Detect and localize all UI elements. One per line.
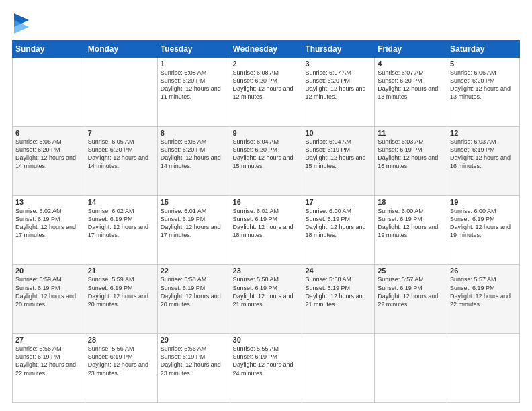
day-number: 19 (450, 198, 517, 206)
day-info: Sunrise: 5:56 AM Sunset: 6:19 PM Dayligh… (88, 345, 154, 377)
calendar-header-saturday: Saturday (447, 41, 520, 58)
day-info: Sunrise: 6:06 AM Sunset: 6:20 PM Dayligh… (450, 68, 517, 101)
day-number: 23 (233, 267, 300, 275)
calendar-cell: 23Sunrise: 5:58 AM Sunset: 6:19 PM Dayli… (230, 265, 302, 334)
day-info: Sunrise: 5:57 AM Sunset: 6:19 PM Dayligh… (450, 275, 517, 308)
day-number: 22 (161, 267, 227, 275)
day-number: 29 (161, 336, 227, 344)
calendar-cell: 25Sunrise: 5:57 AM Sunset: 6:19 PM Dayli… (375, 265, 447, 334)
calendar-cell: 4Sunrise: 6:07 AM Sunset: 6:20 PM Daylig… (375, 58, 447, 127)
calendar-cell: 22Sunrise: 5:58 AM Sunset: 6:19 PM Dayli… (157, 265, 230, 334)
day-info: Sunrise: 6:04 AM Sunset: 6:20 PM Dayligh… (233, 138, 300, 171)
calendar-week-row: 1Sunrise: 6:08 AM Sunset: 6:20 PM Daylig… (13, 58, 520, 127)
day-number: 2 (233, 60, 300, 68)
day-info: Sunrise: 6:05 AM Sunset: 6:20 PM Dayligh… (161, 138, 227, 171)
day-number: 28 (88, 336, 154, 344)
calendar-header-monday: Monday (85, 41, 157, 58)
day-number: 18 (378, 198, 444, 206)
day-number: 17 (305, 198, 371, 206)
calendar-cell: 28Sunrise: 5:56 AM Sunset: 6:19 PM Dayli… (85, 334, 157, 403)
day-info: Sunrise: 6:08 AM Sunset: 6:20 PM Dayligh… (161, 68, 227, 101)
page: SundayMondayTuesdayWednesdayThursdayFrid… (0, 0, 532, 411)
calendar-cell: 8Sunrise: 6:05 AM Sunset: 6:20 PM Daylig… (157, 126, 230, 195)
day-info: Sunrise: 5:58 AM Sunset: 6:19 PM Dayligh… (161, 275, 227, 308)
calendar-cell: 10Sunrise: 6:04 AM Sunset: 6:19 PM Dayli… (302, 126, 375, 195)
calendar-cell (85, 58, 157, 127)
day-info: Sunrise: 6:02 AM Sunset: 6:19 PM Dayligh… (15, 207, 82, 240)
day-number: 7 (88, 129, 154, 137)
day-number: 30 (233, 336, 300, 344)
calendar-week-row: 13Sunrise: 6:02 AM Sunset: 6:19 PM Dayli… (13, 195, 520, 265)
logo (12, 12, 29, 34)
day-number: 16 (233, 198, 300, 206)
day-info: Sunrise: 6:00 AM Sunset: 6:19 PM Dayligh… (378, 207, 444, 240)
day-info: Sunrise: 6:05 AM Sunset: 6:20 PM Dayligh… (88, 138, 154, 171)
day-number: 15 (161, 198, 227, 206)
calendar-cell: 11Sunrise: 6:03 AM Sunset: 6:19 PM Dayli… (375, 126, 447, 195)
calendar-table: SundayMondayTuesdayWednesdayThursdayFrid… (12, 40, 520, 403)
day-info: Sunrise: 5:58 AM Sunset: 6:19 PM Dayligh… (305, 275, 371, 308)
day-number: 20 (15, 267, 82, 275)
day-info: Sunrise: 5:56 AM Sunset: 6:19 PM Dayligh… (161, 345, 227, 377)
calendar-cell: 7Sunrise: 6:05 AM Sunset: 6:20 PM Daylig… (85, 126, 157, 195)
calendar-cell: 1Sunrise: 6:08 AM Sunset: 6:20 PM Daylig… (157, 58, 230, 127)
calendar-cell: 9Sunrise: 6:04 AM Sunset: 6:20 PM Daylig… (230, 126, 302, 195)
calendar-cell: 2Sunrise: 6:08 AM Sunset: 6:20 PM Daylig… (230, 58, 302, 127)
calendar-cell: 6Sunrise: 6:06 AM Sunset: 6:20 PM Daylig… (13, 126, 85, 195)
calendar-cell: 16Sunrise: 6:01 AM Sunset: 6:19 PM Dayli… (230, 195, 302, 265)
day-number: 9 (233, 129, 300, 137)
calendar-header-thursday: Thursday (302, 41, 375, 58)
day-number: 12 (450, 129, 517, 137)
day-info: Sunrise: 5:59 AM Sunset: 6:19 PM Dayligh… (15, 275, 82, 308)
calendar-cell: 15Sunrise: 6:01 AM Sunset: 6:19 PM Dayli… (157, 195, 230, 265)
day-number: 25 (378, 267, 444, 275)
calendar-cell: 3Sunrise: 6:07 AM Sunset: 6:20 PM Daylig… (302, 58, 375, 127)
calendar-week-row: 27Sunrise: 5:56 AM Sunset: 6:19 PM Dayli… (13, 334, 520, 403)
header (12, 12, 520, 34)
day-info: Sunrise: 6:01 AM Sunset: 6:19 PM Dayligh… (233, 207, 300, 240)
day-info: Sunrise: 6:00 AM Sunset: 6:19 PM Dayligh… (450, 207, 517, 240)
day-number: 11 (378, 129, 444, 137)
calendar-cell: 20Sunrise: 5:59 AM Sunset: 6:19 PM Dayli… (13, 265, 85, 334)
calendar-header-sunday: Sunday (13, 41, 85, 58)
day-number: 24 (305, 267, 371, 275)
day-number: 14 (88, 198, 154, 206)
day-info: Sunrise: 5:55 AM Sunset: 6:19 PM Dayligh… (233, 345, 300, 377)
calendar-cell: 13Sunrise: 6:02 AM Sunset: 6:19 PM Dayli… (13, 195, 85, 265)
calendar-header-wednesday: Wednesday (230, 41, 302, 58)
day-info: Sunrise: 5:57 AM Sunset: 6:19 PM Dayligh… (378, 275, 444, 308)
calendar-cell: 14Sunrise: 6:02 AM Sunset: 6:19 PM Dayli… (85, 195, 157, 265)
day-info: Sunrise: 5:59 AM Sunset: 6:19 PM Dayligh… (88, 275, 154, 308)
calendar-cell: 19Sunrise: 6:00 AM Sunset: 6:19 PM Dayli… (447, 195, 520, 265)
calendar-cell: 26Sunrise: 5:57 AM Sunset: 6:19 PM Dayli… (447, 265, 520, 334)
day-number: 21 (88, 267, 154, 275)
calendar-cell: 18Sunrise: 6:00 AM Sunset: 6:19 PM Dayli… (375, 195, 447, 265)
day-info: Sunrise: 6:03 AM Sunset: 6:19 PM Dayligh… (378, 138, 444, 171)
day-info: Sunrise: 6:07 AM Sunset: 6:20 PM Dayligh… (378, 68, 444, 101)
calendar-header-tuesday: Tuesday (157, 41, 230, 58)
day-number: 4 (378, 60, 444, 68)
day-number: 26 (450, 267, 517, 275)
day-number: 1 (161, 60, 227, 68)
day-info: Sunrise: 6:07 AM Sunset: 6:20 PM Dayligh… (305, 68, 371, 101)
day-info: Sunrise: 6:08 AM Sunset: 6:20 PM Dayligh… (233, 68, 300, 101)
calendar-cell (302, 334, 375, 403)
day-info: Sunrise: 6:02 AM Sunset: 6:19 PM Dayligh… (88, 207, 154, 240)
calendar-cell: 27Sunrise: 5:56 AM Sunset: 6:19 PM Dayli… (13, 334, 85, 403)
day-number: 8 (161, 129, 227, 137)
day-number: 5 (450, 60, 517, 68)
day-info: Sunrise: 6:06 AM Sunset: 6:20 PM Dayligh… (15, 138, 82, 171)
day-info: Sunrise: 6:01 AM Sunset: 6:19 PM Dayligh… (161, 207, 227, 240)
calendar-cell (447, 334, 520, 403)
day-number: 10 (305, 129, 371, 137)
calendar-cell (375, 334, 447, 403)
day-info: Sunrise: 6:03 AM Sunset: 6:19 PM Dayligh… (450, 138, 517, 171)
day-info: Sunrise: 5:58 AM Sunset: 6:19 PM Dayligh… (233, 275, 300, 308)
day-info: Sunrise: 5:56 AM Sunset: 6:19 PM Dayligh… (15, 345, 82, 377)
calendar-cell (13, 58, 85, 127)
calendar-cell: 21Sunrise: 5:59 AM Sunset: 6:19 PM Dayli… (85, 265, 157, 334)
day-number: 6 (15, 129, 82, 137)
day-info: Sunrise: 6:00 AM Sunset: 6:19 PM Dayligh… (305, 207, 371, 240)
calendar-cell: 12Sunrise: 6:03 AM Sunset: 6:19 PM Dayli… (447, 126, 520, 195)
day-number: 13 (15, 198, 82, 206)
